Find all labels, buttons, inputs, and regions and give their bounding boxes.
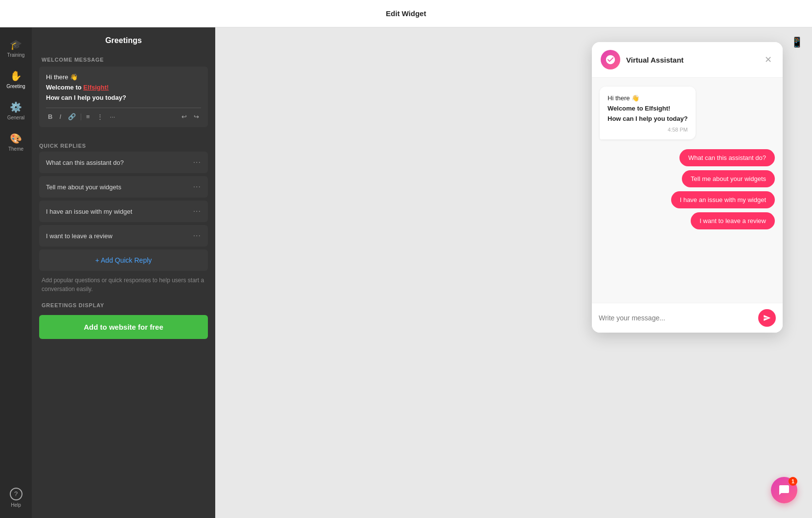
help-icon: ?	[10, 488, 23, 500]
quick-reply-item-3[interactable]: I have an issue with my widget ···	[39, 201, 208, 222]
main-area: 📱 Virtual Assistant ✕ Hi there 👋 Welcome…	[215, 27, 812, 518]
welcome-editor[interactable]: Hi there 👋 Welcome to Elfsight! How can …	[39, 67, 208, 127]
qr-pill-1[interactable]: What can this assistant do?	[679, 149, 775, 166]
more-btn[interactable]: ···	[108, 112, 117, 121]
qr-pill-2[interactable]: Tell me about your widgets	[682, 170, 775, 187]
icon-nav: 🎓 Training ✋ Greeting ⚙️ General 🎨 Theme…	[0, 27, 32, 518]
phone-preview-icon[interactable]: 📱	[791, 36, 803, 48]
nav-item-greeting[interactable]: ✋ Greeting	[0, 64, 32, 95]
chat-welcome-text: Hi there 👋 Welcome to Elfsight! How can …	[608, 93, 688, 124]
welcome-line2: Welcome to Elfsight!	[46, 83, 201, 93]
panel-title: Greetings	[32, 27, 215, 52]
welcome-line3: How can I help you today?	[46, 93, 201, 103]
quick-reply-menu-3[interactable]: ···	[193, 207, 201, 216]
page-title: Edit Widget	[386, 9, 426, 18]
chat-header: Virtual Assistant ✕	[592, 42, 783, 78]
quick-reply-menu-2[interactable]: ···	[193, 182, 201, 191]
nav-label-help: Help	[11, 502, 21, 508]
chat-widget-preview: Virtual Assistant ✕ Hi there 👋 Welcome t…	[592, 42, 783, 333]
quick-reply-pills: What can this assistant do? Tell me abou…	[600, 149, 775, 229]
welcome-message-bubble: Hi there 👋 Welcome to Elfsight! How can …	[600, 87, 696, 139]
nav-item-theme[interactable]: 🎨 Theme	[0, 126, 32, 158]
welcome-message-label: WELCOME MESSAGE	[32, 57, 215, 67]
quick-reply-item-2[interactable]: Tell me about your widgets ···	[39, 176, 208, 198]
quick-reply-item-4[interactable]: I want to leave a review ···	[39, 225, 208, 247]
quick-reply-text-3: I have an issue with my widget	[46, 208, 132, 215]
welcome-text: Hi there 👋 Welcome to Elfsight! How can …	[46, 72, 201, 103]
nav-label-theme: Theme	[8, 146, 23, 152]
qr-pill-4[interactable]: I want to leave a review	[691, 212, 775, 229]
editor-toolbar: B I 🔗 ≡ ⋮ ··· ↩ ↪	[46, 108, 201, 121]
chat-message-input[interactable]	[599, 314, 753, 322]
chat-assistant-name: Virtual Assistant	[626, 56, 757, 64]
quick-replies-label: QUICK REPLIES	[39, 143, 208, 149]
message-time: 4:58 PM	[608, 127, 688, 133]
add-quick-reply-button[interactable]: + Add Quick Reply	[39, 249, 208, 271]
add-to-website-button[interactable]: Add to website for free	[39, 315, 208, 339]
toolbar-divider-1	[81, 113, 81, 120]
quick-reply-text-2: Tell me about your widgets	[46, 183, 121, 191]
nav-item-training[interactable]: 🎓 Training	[0, 32, 32, 64]
nav-item-help[interactable]: ? Help	[0, 482, 32, 513]
quick-replies-label-wrapper: QUICK REPLIES	[32, 132, 215, 152]
nav-item-general[interactable]: ⚙️ General	[0, 95, 32, 126]
list-btn[interactable]: ≡	[84, 112, 92, 121]
send-button[interactable]	[758, 309, 776, 327]
quick-reply-menu-1[interactable]: ···	[193, 158, 201, 167]
italic-btn[interactable]: I	[57, 112, 63, 121]
floating-chat-button[interactable]: 1	[771, 477, 797, 503]
nav-label-training: Training	[7, 52, 25, 58]
chat-msg-line2: Welcome to Elfsight!	[608, 104, 688, 114]
chat-msg-line3: How can I help you today?	[608, 114, 688, 124]
theme-icon: 🎨	[10, 133, 22, 144]
top-bar: Edit Widget	[0, 0, 812, 27]
redo-btn[interactable]: ↪	[192, 112, 201, 121]
chat-messages: Hi there 👋 Welcome to Elfsight! How can …	[592, 78, 783, 303]
notification-badge: 1	[789, 477, 797, 486]
nav-label-general: General	[7, 115, 25, 120]
nav-label-greeting: Greeting	[6, 84, 25, 89]
link-btn[interactable]: 🔗	[66, 112, 78, 121]
undo-btn[interactable]: ↩	[180, 112, 189, 121]
chat-msg-line1: Hi there 👋	[608, 93, 688, 104]
qr-pill-3[interactable]: I have an issue with my widget	[671, 191, 775, 208]
side-panel: Greetings WELCOME MESSAGE Hi there 👋 Wel…	[32, 27, 215, 518]
training-icon: 🎓	[10, 39, 22, 50]
quick-replies-list: What can this assistant do? ··· Tell me …	[32, 152, 215, 271]
bold-btn[interactable]: B	[46, 112, 54, 121]
quick-reply-text-4: I want to leave a review	[46, 232, 113, 240]
general-icon: ⚙️	[10, 101, 22, 113]
greetings-display-label: GREETINGS DISPLAY	[32, 295, 215, 308]
chat-avatar	[601, 50, 620, 69]
quick-reply-item-1[interactable]: What can this assistant do? ···	[39, 152, 208, 173]
chat-input-area	[592, 303, 783, 333]
welcome-line1: Hi there 👋	[46, 72, 201, 83]
helper-text: Add popular questions or quick responses…	[32, 271, 215, 295]
quick-reply-menu-4[interactable]: ···	[193, 231, 201, 240]
greeting-icon: ✋	[10, 70, 22, 82]
quick-reply-text-1: What can this assistant do?	[46, 159, 124, 166]
ordered-list-btn[interactable]: ⋮	[95, 112, 105, 121]
chat-close-button[interactable]: ✕	[763, 52, 774, 67]
